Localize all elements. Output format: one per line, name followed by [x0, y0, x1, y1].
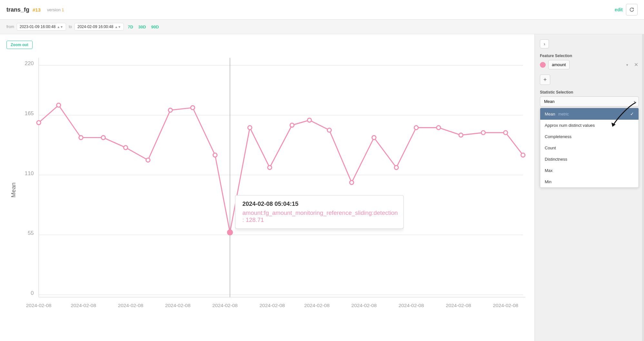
from-label: from: [6, 25, 14, 29]
svg-point-36: [503, 131, 507, 135]
feature-selection-label: Feature Selection: [540, 54, 639, 58]
feature-row: amount ✕: [540, 60, 639, 69]
edit-button[interactable]: edit: [615, 7, 623, 12]
dropdown-item-max[interactable]: Max: [540, 165, 639, 176]
svg-text:2024-02-08: 2024-02-08: [493, 303, 518, 308]
svg-text:2024-02-08: 2024-02-08: [351, 303, 377, 308]
from-date-arrow: ▲▼: [57, 25, 63, 29]
svg-text:55: 55: [28, 230, 34, 236]
app-header: trans_fg #13 version 1 edit: [0, 0, 644, 20]
chart-legend: amount:fg_amount_monitoring_reference_sl…: [6, 340, 528, 341]
to-date-picker[interactable]: 2024-02-09 16:00:48 ▲▼: [74, 23, 124, 31]
svg-text:2024-02-08: 2024-02-08: [118, 303, 143, 308]
svg-text:220: 220: [24, 60, 34, 66]
stat-dropdown-open: Mean metric ✓ Approx num distinct values…: [540, 108, 639, 188]
svg-point-14: [37, 121, 41, 125]
refresh-icon: [629, 7, 634, 12]
dropdown-item-max-label: Max: [545, 168, 553, 173]
svg-point-34: [459, 133, 463, 137]
check-icon: ✓: [630, 111, 634, 116]
svg-point-23: [228, 230, 232, 235]
chart-svg: 220 165 110 55 0 Mean: [6, 50, 528, 340]
statistic-selection-label: Statistic Selection: [540, 90, 639, 95]
svg-point-20: [168, 108, 172, 112]
svg-point-31: [394, 165, 398, 169]
dropdown-scroll: Mean metric ✓ Approx num distinct values…: [540, 108, 639, 187]
from-date-picker[interactable]: 2023-01-09 16:00:48 ▲▼: [17, 23, 66, 31]
refresh-button[interactable]: [626, 4, 638, 15]
panel-toggle-button[interactable]: ›: [540, 39, 549, 48]
statistic-selection-section: Statistic Selection Mean Approx num dist…: [540, 90, 639, 188]
dropdown-item-distinctness-label: Distinctness: [545, 157, 567, 162]
stat-select-wrap: Mean Approx num distinct values Complete…: [540, 96, 639, 106]
dropdown-item-count-label: Count: [545, 145, 556, 150]
add-feature-button[interactable]: +: [540, 75, 550, 85]
svg-point-24: [248, 125, 252, 129]
svg-text:2024-02-08: 2024-02-08: [71, 303, 96, 308]
range-90d-button[interactable]: 90D: [150, 24, 160, 30]
svg-point-33: [436, 125, 440, 129]
svg-point-22: [213, 153, 217, 157]
svg-text:165: 165: [24, 110, 34, 116]
svg-point-30: [372, 135, 376, 139]
feature-select[interactable]: amount: [548, 60, 570, 69]
svg-text:110: 110: [24, 170, 34, 176]
feature-select-wrap: amount: [548, 60, 631, 69]
feature-selection-section: Feature Selection amount ✕: [540, 54, 639, 69]
svg-point-29: [350, 181, 354, 185]
svg-point-15: [57, 103, 61, 107]
svg-point-26: [290, 123, 294, 127]
app-id: #13: [33, 7, 41, 13]
app-title: trans_fg: [6, 6, 29, 13]
dropdown-item-min[interactable]: Min: [540, 176, 639, 187]
svg-point-32: [414, 125, 418, 129]
svg-point-21: [191, 106, 195, 110]
dropdown-item-min-label: Min: [545, 179, 551, 184]
svg-text:2024-02-08: 2024-02-08: [398, 303, 424, 308]
dropdown-item-mean[interactable]: Mean metric ✓: [540, 108, 639, 120]
svg-point-16: [79, 135, 83, 139]
dropdown-item-completeness[interactable]: Completeness: [540, 131, 639, 142]
zoom-out-button[interactable]: Zoom out: [6, 41, 33, 49]
dropdown-item-distinctness[interactable]: Distinctness: [540, 154, 639, 165]
svg-text:2024-02-08: 2024-02-08: [259, 303, 285, 308]
dropdown-item-count[interactable]: Count: [540, 142, 639, 154]
dropdown-item-mean-label: Mean metric: [545, 112, 569, 116]
chart-area: Zoom out 220 165 110 55 0 Mean: [0, 34, 534, 341]
svg-text:2024-02-08: 2024-02-08: [304, 303, 330, 308]
svg-text:0: 0: [31, 290, 34, 296]
svg-point-27: [307, 118, 311, 122]
svg-point-25: [268, 165, 272, 169]
chart-container: 220 165 110 55 0 Mean: [6, 50, 528, 340]
dropdown-item-approx[interactable]: Approx num distinct values: [540, 120, 639, 131]
app-version: version 1: [47, 7, 64, 12]
to-label: to: [69, 25, 72, 29]
dropdown-item-completeness-label: Completeness: [545, 134, 571, 139]
feature-dot: [540, 62, 546, 68]
svg-text:2024-02-08: 2024-02-08: [212, 303, 238, 308]
remove-feature-button[interactable]: ✕: [633, 62, 639, 68]
chevron-right-icon: ›: [544, 41, 545, 46]
svg-point-18: [124, 145, 128, 149]
right-panel: › Feature Selection amount ✕ + Statistic…: [534, 34, 644, 341]
svg-text:2024-02-08: 2024-02-08: [165, 303, 190, 308]
svg-text:2024-02-08: 2024-02-08: [446, 303, 471, 308]
dropdown-item-approx-label: Approx num distinct values: [545, 123, 595, 128]
toolbar: from 2023-01-09 16:00:48 ▲▼ to 2024-02-0…: [0, 20, 644, 34]
stat-select[interactable]: Mean Approx num distinct values Complete…: [540, 96, 639, 106]
svg-point-17: [101, 135, 105, 139]
to-date-arrow: ▲▼: [115, 25, 121, 29]
main-layout: Zoom out 220 165 110 55 0 Mean: [0, 34, 644, 341]
range-7d-button[interactable]: 7D: [126, 24, 134, 30]
range-30d-button[interactable]: 30D: [137, 24, 147, 30]
svg-point-19: [146, 158, 150, 162]
svg-text:2024-02-08: 2024-02-08: [26, 303, 52, 308]
svg-point-37: [521, 153, 525, 157]
svg-text:Mean: Mean: [10, 183, 17, 197]
svg-point-28: [327, 128, 331, 132]
svg-point-35: [481, 131, 485, 135]
